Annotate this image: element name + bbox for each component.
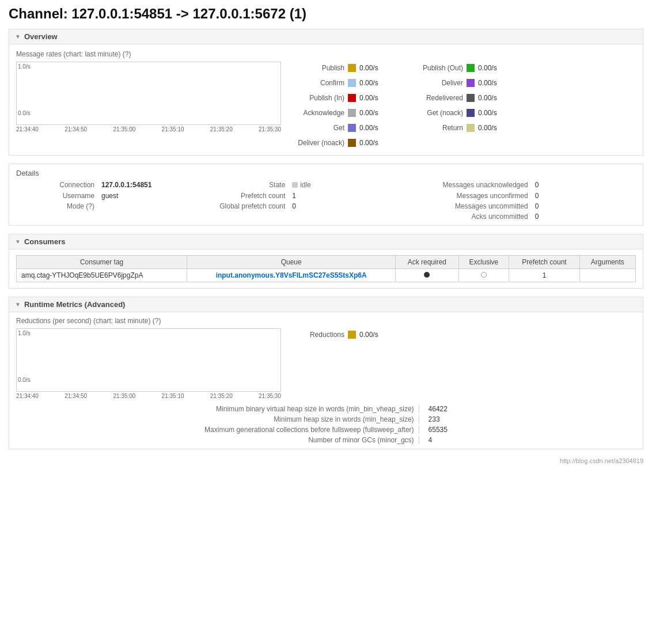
- rate-row: Confirm 0.00/s: [293, 77, 388, 89]
- consumers-header[interactable]: ▼ Consumers: [9, 234, 643, 249]
- rate-row: Redelivered 0.00/s: [400, 92, 507, 104]
- runtime-header[interactable]: ▼ Runtime Metrics (Advanced): [9, 297, 643, 312]
- chart-x-label: 21:34:50: [65, 393, 87, 399]
- connection-key: Connection: [16, 181, 97, 189]
- rate-value: 0.00/s: [478, 64, 507, 72]
- runtime-content: 1.0/s 0.0/s 21:34:4021:34:5021:35:0021:3…: [16, 328, 636, 399]
- table-header: Prefetch count: [509, 256, 579, 269]
- rate-label: Publish (Out): [400, 64, 463, 72]
- ack-filled-bullet: [424, 272, 430, 278]
- metric-key: Number of minor GCs (minor_gcs): [16, 436, 419, 444]
- table-header: Exclusive: [458, 256, 509, 269]
- table-header: Arguments: [579, 256, 635, 269]
- rate-swatch: [467, 94, 475, 102]
- chart-container: 1.0/s 0.0/s 21:34:4021:34:5021:35:0021:3…: [16, 62, 281, 132]
- username-key: Username: [16, 192, 97, 200]
- rates-panel: Publish 0.00/s Confirm 0.00/s Publish (I…: [293, 62, 507, 149]
- rate-value: 0.00/s: [359, 64, 388, 72]
- rate-swatch: [467, 109, 475, 117]
- prefetch-key: Prefetch count: [207, 192, 287, 200]
- arguments-cell: [579, 269, 635, 282]
- rate-swatch: [467, 64, 475, 72]
- table-header: Queue: [187, 256, 396, 269]
- overview-section: ▼ Overview Message rates (chart: last mi…: [9, 29, 643, 156]
- chart-x-label: 21:34:40: [16, 126, 39, 132]
- runtime-chart-wrapper: 1.0/s 0.0/s 21:34:4021:34:5021:35:0021:3…: [16, 328, 281, 399]
- rate-value: 0.00/s: [359, 124, 388, 132]
- rate-value: 0.00/s: [478, 124, 507, 132]
- chart-x-label: 21:35:20: [210, 126, 233, 132]
- rate-row: Get (noack) 0.00/s: [400, 107, 507, 119]
- table-header: Consumer tag: [17, 256, 187, 269]
- rate-row: Return 0.00/s: [400, 122, 507, 134]
- rate-label: Return: [400, 124, 463, 132]
- state-dot: [292, 182, 298, 188]
- global-prefetch-value: 0: [292, 202, 393, 210]
- metric-key: Minimum binary virtual heap size in word…: [16, 405, 419, 413]
- table-row: amq.ctag-YTHJOqE9b5UE6PV6jpgZpAinput.ano…: [17, 269, 636, 282]
- overview-header[interactable]: ▼ Overview: [9, 29, 643, 44]
- metric-key: Minimum heap size in words (min_heap_siz…: [16, 415, 419, 423]
- chart-x-label: 21:34:40: [16, 393, 39, 399]
- msg-unconfirmed-key: Messages unconfirmed: [398, 192, 530, 200]
- rate-row: Acknowledge 0.00/s: [293, 107, 388, 119]
- chart-x-label: 21:35:10: [162, 126, 184, 132]
- chart-y-top: 1.0/s: [18, 63, 31, 70]
- reductions-rate-row: Reductions 0.00/s: [293, 328, 388, 341]
- rate-label: Deliver: [400, 79, 463, 87]
- runtime-chart-x-labels: 21:34:4021:34:5021:35:0021:35:1021:35:20…: [16, 393, 281, 399]
- rate-label: Publish (In): [293, 94, 344, 102]
- msg-uncommitted-value: 0: [535, 202, 636, 210]
- mode-key: Mode (?): [16, 202, 97, 210]
- left-rates-col: Publish 0.00/s Confirm 0.00/s Publish (I…: [293, 62, 388, 149]
- right-rates-col: Publish (Out) 0.00/s Deliver 0.00/s Rede…: [400, 62, 507, 149]
- metric-value: 233: [429, 415, 636, 423]
- rate-label: Acknowledge: [293, 109, 344, 117]
- rate-row: Deliver 0.00/s: [400, 77, 507, 89]
- rate-swatch: [467, 79, 475, 87]
- msg-unack-value: 0: [535, 181, 636, 189]
- state-value: idle: [292, 181, 393, 190]
- runtime-chart-container: 1.0/s 0.0/s 21:34:4021:34:5021:35:0021:3…: [16, 328, 281, 399]
- runtime-chart-y-bottom: 0.0/s: [18, 377, 31, 383]
- rate-label: Publish: [293, 64, 344, 72]
- runtime-chart-area: 1.0/s 0.0/s: [16, 328, 281, 392]
- page-title: Channel: 127.0.0.1:54851 -> 127.0.0.1:56…: [9, 6, 643, 22]
- consumers-body: Consumer tagQueueAck requiredExclusivePr…: [9, 249, 643, 288]
- chart-x-labels: 21:34:4021:34:5021:35:0021:35:1021:35:20…: [16, 126, 281, 132]
- queue-link[interactable]: input.anonymous.Y8VsFILmSC27eS5StsXp6A: [216, 271, 367, 279]
- metric-value: 46422: [429, 405, 636, 413]
- rate-swatch: [348, 79, 356, 87]
- rate-row: Publish (Out) 0.00/s: [400, 62, 507, 74]
- consumers-label: Consumers: [24, 237, 66, 246]
- chart-x-label: 21:35:30: [259, 126, 281, 132]
- exclusive-cell: [458, 269, 509, 282]
- rate-swatch: [348, 64, 356, 72]
- msg-unack-key: Messages unacknowledged: [398, 181, 530, 189]
- table-header: Ack required: [396, 256, 458, 269]
- reductions-rate-col: Reductions 0.00/s: [293, 328, 388, 341]
- acks-uncommitted-value: 0: [535, 213, 636, 221]
- chart-x-label: 21:34:50: [65, 126, 87, 132]
- username-value: guest: [101, 192, 202, 200]
- consumers-table: Consumer tagQueueAck requiredExclusivePr…: [16, 255, 636, 282]
- reductions-label: Reductions: [293, 331, 344, 339]
- rate-value: 0.00/s: [478, 94, 507, 102]
- exclusive-empty-bullet: [481, 272, 487, 278]
- rate-row: Deliver (noack) 0.00/s: [293, 137, 388, 149]
- runtime-label: Runtime Metrics (Advanced): [24, 300, 126, 309]
- rate-swatch: [348, 124, 356, 132]
- rate-label: Deliver (noack): [293, 139, 344, 147]
- details-section: Details Connection 127.0.0.1:54851 State…: [9, 164, 643, 226]
- rate-swatch: [467, 124, 475, 132]
- chart-x-label: 21:35:00: [113, 126, 135, 132]
- reductions-chart-label: Reductions (per second) (chart: last min…: [16, 317, 636, 325]
- rate-label: Redelivered: [400, 94, 463, 102]
- consumers-arrow: ▼: [15, 238, 21, 245]
- metric-value: 4: [429, 436, 636, 444]
- metric-key: Maximum generational collections before …: [16, 426, 419, 434]
- chart-x-label: 21:35:00: [113, 393, 135, 399]
- runtime-body: Reductions (per second) (chart: last min…: [9, 312, 643, 449]
- rate-value: 0.00/s: [359, 94, 388, 102]
- state-key: State: [207, 181, 287, 189]
